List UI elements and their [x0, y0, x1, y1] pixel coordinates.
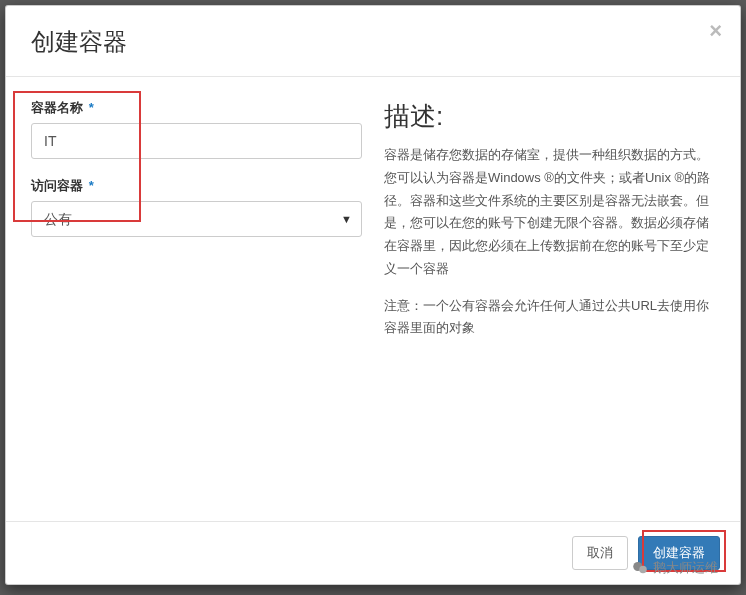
modal-title: 创建容器	[31, 26, 715, 58]
container-access-label: 访问容器 *	[31, 177, 362, 195]
label-text: 访问容器	[31, 178, 83, 193]
container-name-input[interactable]	[31, 123, 362, 159]
description-paragraph-2: 注意：一个公有容器会允许任何人通过公共URL去使用你容器里面的对象	[384, 295, 715, 341]
label-text: 容器名称	[31, 100, 83, 115]
container-access-select[interactable]: 公有	[31, 201, 362, 237]
modal-header: 创建容器 ×	[6, 6, 740, 77]
description-paragraph-1: 容器是储存您数据的存储室，提供一种组织数据的方式。您可以认为容器是Windows…	[384, 144, 715, 281]
form-column: 容器名称 * 访问容器 * 公有 ▼	[31, 99, 362, 499]
cancel-button[interactable]: 取消	[572, 536, 628, 570]
form-group-access: 访问容器 * 公有 ▼	[31, 177, 362, 237]
create-container-modal: 创建容器 × 容器名称 * 访问容器 * 公有	[5, 5, 741, 585]
close-button[interactable]: ×	[709, 20, 722, 42]
create-container-button[interactable]: 创建容器	[638, 536, 720, 570]
modal-body: 容器名称 * 访问容器 * 公有 ▼ 描述: 容器是储	[6, 77, 740, 521]
form-group-name: 容器名称 *	[31, 99, 362, 159]
description-heading: 描述:	[384, 99, 715, 134]
description-column: 描述: 容器是储存您数据的存储室，提供一种组织数据的方式。您可以认为容器是Win…	[384, 99, 715, 499]
container-name-label: 容器名称 *	[31, 99, 362, 117]
required-indicator: *	[89, 178, 94, 193]
required-indicator: *	[89, 100, 94, 115]
access-select-wrap: 公有 ▼	[31, 201, 362, 237]
modal-footer: 取消 创建容器	[6, 521, 740, 584]
